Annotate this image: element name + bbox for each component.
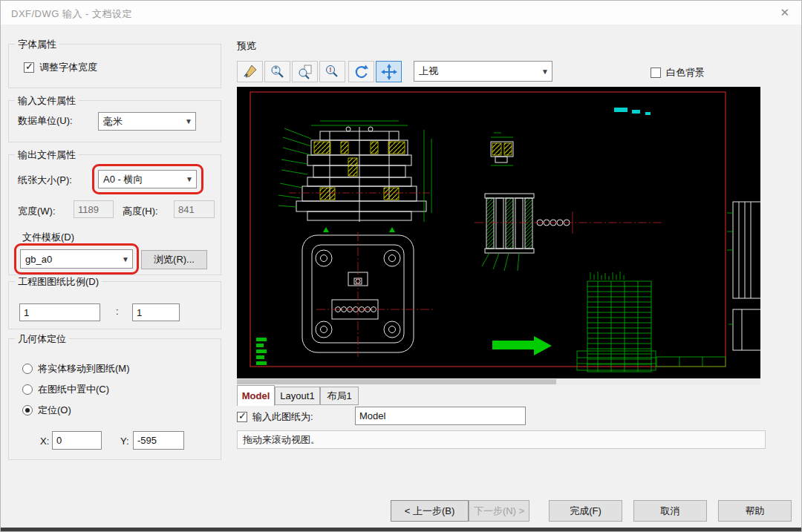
tab-buju1[interactable]: 布局1 bbox=[320, 387, 359, 405]
green-arrow-marker bbox=[492, 336, 552, 355]
file-template-label: 文件模板(D) bbox=[22, 231, 74, 244]
status-text: 拖动来滚动视图。 bbox=[243, 433, 320, 447]
close-icon[interactable]: ✕ bbox=[780, 6, 789, 19]
import-sheet-as-checkbox-box[interactable] bbox=[237, 412, 247, 422]
scrollbar-thumb[interactable] bbox=[237, 379, 556, 384]
refresh-button[interactable] bbox=[348, 61, 374, 82]
white-background-label: 白色背景 bbox=[666, 66, 705, 79]
drawing-scale-title: 工程图图纸比例(D) bbox=[15, 275, 102, 289]
view-orientation-value: 上视 bbox=[419, 65, 438, 78]
window-title: DXF/DWG 输入 - 文档设定 bbox=[11, 7, 132, 21]
scale-denominator-input[interactable] bbox=[132, 303, 180, 321]
input-file-properties-group: 输入文件属性 数据单位(U): 毫米 ▼ bbox=[8, 100, 221, 142]
pan-button[interactable] bbox=[376, 61, 402, 82]
zoom-in-out-icon: + − bbox=[270, 64, 286, 80]
radio-position-label: 定位(O) bbox=[38, 404, 71, 417]
adjust-font-width-checkbox[interactable]: 调整字体宽度 bbox=[24, 61, 97, 74]
adjust-font-width-label: 调整字体宽度 bbox=[39, 61, 97, 74]
output-file-properties-title: 输出文件属性 bbox=[15, 148, 79, 162]
preview-canvas[interactable] bbox=[237, 87, 760, 378]
input-file-properties-title: 输入文件属性 bbox=[15, 94, 79, 108]
radio-center-in-sheet-box[interactable] bbox=[22, 384, 33, 395]
titlebar: DXF/DWG 输入 - 文档设定 ✕ bbox=[1, 1, 801, 24]
paper-size-select[interactable]: A0 - 横向 ▼ bbox=[98, 170, 197, 188]
chevron-down-icon: ▼ bbox=[183, 175, 196, 183]
height-label: 高度(H): bbox=[123, 205, 158, 218]
font-properties-title: 字体属性 bbox=[15, 38, 59, 51]
data-unit-select[interactable]: 毫米 ▼ bbox=[98, 112, 196, 131]
width-input bbox=[74, 200, 114, 218]
chevron-down-icon: ▼ bbox=[182, 117, 195, 125]
svg-text:−: − bbox=[274, 68, 278, 75]
sketch-tool-button[interactable] bbox=[237, 61, 263, 82]
zoom-to-fit-icon bbox=[297, 64, 313, 80]
height-input bbox=[174, 200, 215, 218]
zoom-to-area-button[interactable]: ! bbox=[319, 61, 345, 82]
pan-icon bbox=[381, 64, 397, 80]
sheet-name-input[interactable] bbox=[355, 407, 526, 425]
white-background-checkbox-box[interactable] bbox=[651, 68, 661, 78]
radio-center-in-sheet-label: 在图纸中置中(C) bbox=[38, 383, 109, 396]
import-sheet-as-label: 输入此图纸为: bbox=[252, 410, 313, 424]
back-button[interactable]: < 上一步(B) bbox=[391, 500, 469, 522]
cancel-button[interactable]: 取消 bbox=[633, 500, 707, 522]
radio-position[interactable]: 定位(O) bbox=[22, 404, 71, 417]
x-input[interactable] bbox=[52, 431, 102, 450]
file-template-value: gb_a0 bbox=[25, 254, 52, 265]
x-label: X: bbox=[40, 436, 49, 447]
geometry-positioning-group: 几何体定位 将实体移动到图纸(M) 在图纸中置中(C) 定位(O) X: Y: bbox=[8, 338, 221, 460]
y-label: Y: bbox=[120, 436, 129, 447]
next-button: 下一步(N) > bbox=[469, 500, 529, 522]
radio-move-entities-label: 将实体移动到图纸(M) bbox=[38, 362, 130, 375]
scale-separator: : bbox=[116, 306, 119, 317]
zoom-to-area-icon: ! bbox=[325, 64, 341, 80]
zoom-to-fit-button[interactable] bbox=[292, 61, 318, 82]
preview-title: 预览 bbox=[237, 39, 256, 53]
dxf-dwg-import-dialog: DXF/DWG 输入 - 文档设定 ✕ 字体属性 调整字体宽度 输入文件属性 数… bbox=[0, 0, 802, 532]
import-sheet-as-checkbox[interactable]: 输入此图纸为: bbox=[237, 410, 313, 424]
status-bar: 拖动来滚动视图。 bbox=[237, 430, 766, 449]
width-label: 宽度(W): bbox=[18, 205, 56, 218]
chevron-down-icon: ▼ bbox=[538, 68, 552, 76]
adjust-font-width-checkbox-box[interactable] bbox=[24, 62, 34, 73]
drawing-scale-group: 工程图图纸比例(D) : bbox=[8, 281, 221, 329]
geometry-positioning-title: 几何体定位 bbox=[15, 332, 69, 346]
paper-size-label: 纸张大小(P): bbox=[18, 174, 72, 187]
view-orientation-select[interactable]: 上视 ▼ bbox=[414, 61, 552, 82]
output-file-properties-group: 输出文件属性 纸张大小(P): A0 - 横向 ▼ 宽度(W): 高度(H): … bbox=[8, 154, 221, 275]
radio-position-box[interactable] bbox=[22, 405, 33, 416]
white-background-checkbox[interactable]: 白色背景 bbox=[651, 66, 705, 79]
radio-move-entities-to-sheet[interactable]: 将实体移动到图纸(M) bbox=[22, 362, 130, 375]
preview-horizontal-scrollbar[interactable] bbox=[237, 378, 760, 385]
help-button[interactable]: 帮助 bbox=[718, 500, 792, 522]
file-template-select[interactable]: gb_a0 ▼ bbox=[20, 249, 133, 269]
y-input[interactable] bbox=[133, 431, 184, 450]
finish-button[interactable]: 完成(F) bbox=[549, 500, 622, 522]
sketch-tool-icon bbox=[242, 64, 258, 80]
data-unit-value: 毫米 bbox=[103, 115, 123, 128]
chevron-down-icon: ▼ bbox=[119, 255, 132, 263]
browse-button[interactable]: 浏览(R)... bbox=[141, 250, 207, 269]
data-unit-label: 数据单位(U): bbox=[18, 114, 73, 128]
window-bottom-edge bbox=[1, 528, 801, 531]
refresh-icon bbox=[353, 64, 370, 80]
scale-numerator-input[interactable] bbox=[19, 303, 100, 321]
tab-layout1[interactable]: Layout1 bbox=[275, 387, 320, 405]
svg-text:!: ! bbox=[329, 66, 331, 73]
zoom-in-out-button[interactable]: + − bbox=[264, 61, 290, 82]
radio-center-in-sheet[interactable]: 在图纸中置中(C) bbox=[22, 383, 109, 396]
font-properties-group: 字体属性 调整字体宽度 bbox=[8, 44, 221, 88]
cad-preview-drawing bbox=[237, 87, 760, 378]
radio-move-entities-box[interactable] bbox=[22, 364, 33, 374]
paper-size-value: A0 - 横向 bbox=[103, 173, 143, 186]
tab-model[interactable]: Model bbox=[237, 385, 275, 406]
